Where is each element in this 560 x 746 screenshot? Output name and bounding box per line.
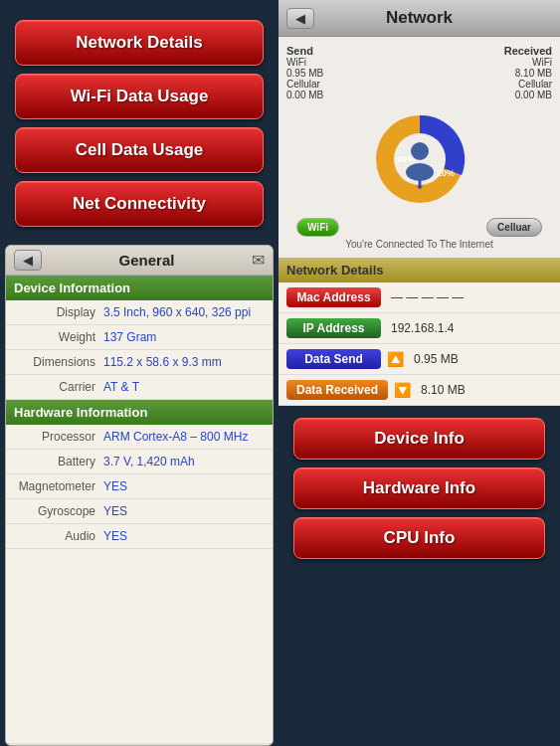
hardware-info-btn[interactable]: Hardware Info	[293, 467, 545, 509]
donut-chart: ⬇ 90% 10%	[365, 104, 474, 214]
display-row: Display 3.5 Inch, 960 x 640, 326 ppi	[6, 300, 273, 325]
audio-row: Audio YES	[6, 524, 273, 549]
carrier-value: AT & T	[103, 380, 265, 394]
network-title: Network	[386, 8, 453, 28]
ip-address-label: IP Address	[286, 318, 381, 338]
audio-value: YES	[103, 529, 265, 543]
device-information-header: Device Information	[6, 276, 273, 300]
ip-address-value: 192.168.1.4	[391, 321, 454, 335]
magnetometer-value: YES	[103, 479, 265, 493]
cellular-recv-label: Cellular	[504, 79, 552, 90]
net-connectivity-btn[interactable]: Net Connectivity	[15, 181, 264, 227]
audio-label: Audio	[14, 529, 103, 543]
display-value: 3.5 Inch, 960 x 640, 326 ppi	[103, 305, 265, 319]
wifi-recv-label: WiFi	[504, 57, 552, 68]
gyroscope-label: Gyroscope	[14, 504, 103, 518]
net-details-header: Network Details	[279, 258, 560, 282]
general-window: ◀ General ✉ Device Information Display 3…	[5, 245, 274, 746]
gyroscope-value: YES	[103, 504, 265, 518]
mac-address-label: Mac Address	[286, 287, 381, 307]
gyroscope-row: Gyroscope YES	[6, 499, 273, 524]
ip-address-row: IP Address 192.168.1.4	[279, 313, 560, 344]
general-title: General	[42, 252, 252, 269]
general-email-btn[interactable]: ✉	[252, 251, 265, 270]
magnetometer-row: Magnetometer YES	[6, 474, 273, 499]
chart-labels-top: Send WiFi 0.95 MB Cellular 0.00 MB Recei…	[286, 45, 552, 100]
processor-value: ARM Cortex-A8 – 800 MHz	[103, 430, 265, 444]
send-column: Send WiFi 0.95 MB Cellular 0.00 MB	[286, 45, 323, 100]
wifi-cell-buttons-row: WiFi Celluar	[286, 214, 552, 237]
cellular-send-label: Cellular	[286, 79, 323, 90]
data-send-label: Data Send	[286, 349, 381, 369]
data-recv-row: Data Received 🔽 8.10 MB	[279, 375, 560, 406]
battery-value: 3.7 V, 1,420 mAh	[103, 455, 265, 468]
general-content: Device Information Display 3.5 Inch, 960…	[6, 276, 273, 743]
wifi-send-label: WiFi	[286, 57, 323, 68]
dimensions-value: 115.2 x 58.6 x 9.3 mm	[103, 355, 265, 369]
wifi-toggle-btn[interactable]: WiFi	[296, 218, 339, 237]
connected-text: You're Connected To The Internet	[286, 239, 552, 250]
dimensions-row: Dimensions 115.2 x 58.6 x 9.3 mm	[6, 350, 273, 375]
chart-area: Send WiFi 0.95 MB Cellular 0.00 MB Recei…	[279, 37, 560, 258]
chart-center-row: ⬇ 90% 10%	[286, 104, 552, 214]
network-details-btn[interactable]: Network Details	[15, 20, 264, 66]
network-header: ◀ Network	[279, 0, 560, 37]
recv-title: Received	[504, 45, 552, 57]
right-bottom-buttons: Device Info Hardware Info CPU Info	[279, 410, 560, 567]
svg-text:10%: 10%	[437, 168, 455, 178]
cellular-toggle-btn[interactable]: Celluar	[486, 218, 542, 237]
data-recv-value: 8.10 MB	[421, 383, 466, 397]
processor-row: Processor ARM Cortex-A8 – 800 MHz	[6, 425, 273, 450]
carrier-label: Carrier	[14, 380, 103, 394]
svg-text:⬇: ⬇	[415, 178, 425, 192]
recv-column: Received WiFi 8.10 MB Cellular 0.00 MB	[504, 45, 552, 100]
wifi-recv-value: 8.10 MB	[504, 68, 552, 79]
left-panel: Network Details Wi-Fi Data Usage Cell Da…	[0, 0, 279, 746]
magnetometer-label: Magnetometer	[14, 479, 103, 493]
data-send-value: 0.95 MB	[414, 352, 459, 366]
processor-label: Processor	[14, 430, 103, 444]
cellular-send-value: 0.00 MB	[286, 90, 323, 100]
mac-address-row: Mac Address — — — — —	[279, 282, 560, 313]
data-recv-label: Data Received	[286, 380, 388, 400]
svg-text:90%: 90%	[397, 154, 415, 164]
weight-row: Weight 137 Gram	[6, 325, 273, 350]
hardware-information-header: Hardware Information	[6, 400, 273, 425]
general-titlebar: ◀ General ✉	[6, 246, 273, 276]
dimensions-label: Dimensions	[14, 355, 103, 369]
send-title: Send	[286, 45, 323, 57]
cpu-info-btn[interactable]: CPU Info	[293, 517, 545, 559]
weight-label: Weight	[14, 330, 103, 344]
carrier-row: Carrier AT & T	[6, 375, 273, 400]
data-send-row: Data Send 🔼 0.95 MB	[279, 344, 560, 375]
wifi-send-value: 0.95 MB	[286, 68, 323, 79]
cell-data-usage-btn[interactable]: Cell Data Usage	[15, 127, 264, 173]
data-send-icon: 🔼	[387, 351, 404, 367]
device-info-btn[interactable]: Device Info	[293, 418, 545, 460]
weight-value: 137 Gram	[103, 330, 265, 344]
display-label: Display	[14, 305, 103, 319]
network-back-btn[interactable]: ◀	[286, 8, 314, 29]
network-details-section: Network Details Mac Address — — — — — IP…	[279, 258, 560, 406]
right-panel: ◀ Network Send WiFi 0.95 MB Cellular 0.0…	[279, 0, 560, 746]
cellular-recv-value: 0.00 MB	[504, 90, 552, 100]
wifi-data-usage-btn[interactable]: Wi-Fi Data Usage	[15, 74, 264, 119]
mac-address-value: — — — — —	[391, 290, 464, 304]
general-back-btn[interactable]: ◀	[14, 250, 42, 271]
data-recv-icon: 🔽	[394, 382, 411, 398]
battery-label: Battery	[14, 455, 103, 468]
battery-row: Battery 3.7 V, 1,420 mAh	[6, 450, 273, 474]
nav-buttons: Network Details Wi-Fi Data Usage Cell Da…	[0, 10, 279, 237]
